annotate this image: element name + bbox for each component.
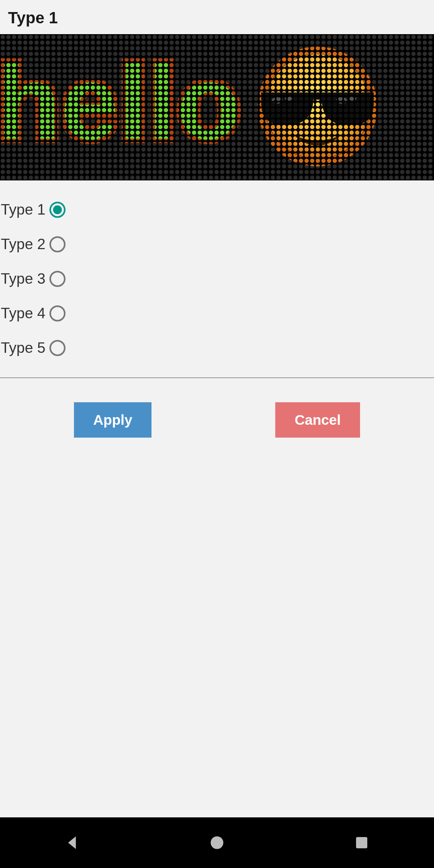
type-option-label: Type 4 [1, 305, 45, 322]
back-icon[interactable] [64, 834, 81, 851]
svg-point-13 [211, 836, 223, 849]
type-option-label: Type 5 [1, 340, 45, 356]
type-option-label: Type 2 [1, 236, 45, 253]
radio-icon [49, 340, 66, 356]
cancel-button[interactable]: Cancel [275, 402, 360, 438]
svg-rect-14 [356, 837, 367, 848]
radio-icon [49, 202, 66, 218]
type-option-label: Type 3 [1, 270, 45, 287]
recent-apps-icon[interactable] [353, 834, 370, 851]
radio-icon [49, 271, 66, 287]
radio-icon [49, 236, 66, 252]
type-option-1[interactable]: Type 1 [0, 192, 434, 227]
cool-face-emoji [261, 50, 374, 163]
type-option-5[interactable]: Type 5 [0, 331, 434, 365]
led-canvas: hello hello [0, 34, 434, 180]
type-option-2[interactable]: Type 2 [0, 227, 434, 262]
led-preview: hello hello [0, 34, 434, 180]
svg-point-10 [285, 96, 292, 101]
type-option-list: Type 1 Type 2 Type 3 Type 4 Type 5 [0, 180, 434, 377]
system-nav-bar [0, 817, 434, 868]
apply-button[interactable]: Apply [74, 402, 151, 438]
svg-point-12 [349, 96, 356, 101]
svg-point-11 [336, 97, 347, 104]
spacer [0, 438, 434, 817]
header: Type 1 [0, 0, 434, 34]
button-row: Apply Cancel [0, 378, 434, 438]
type-option-4[interactable]: Type 4 [0, 296, 434, 331]
type-option-label: Type 1 [1, 201, 45, 218]
svg-point-9 [272, 97, 283, 104]
radio-icon [49, 305, 66, 321]
preview-text: hello [0, 44, 241, 161]
type-option-3[interactable]: Type 3 [0, 262, 434, 296]
home-icon[interactable] [209, 834, 225, 851]
page-title: Type 1 [8, 9, 426, 27]
